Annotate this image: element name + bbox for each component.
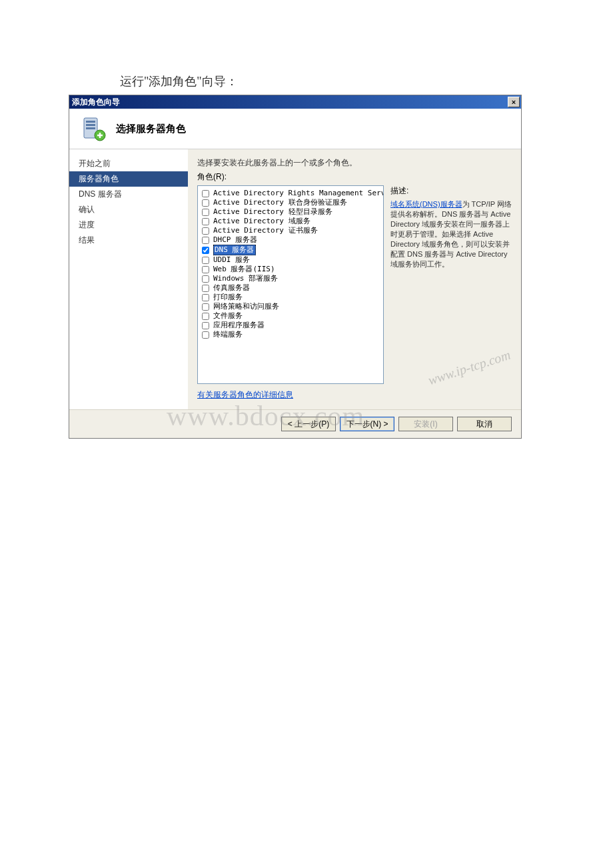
add-roles-wizard-dialog: 添加角色向导 × 选择服务器角色 开始之前服务器角色DNS 服务器确认进度结果 … [69, 95, 522, 439]
role-label: Web 服务器(IIS) [213, 265, 275, 274]
role-checkbox[interactable] [202, 209, 209, 216]
role-checkbox[interactable] [202, 199, 209, 207]
role-label: Active Directory 联合身份验证服务 [213, 198, 347, 207]
role-row-5[interactable]: DHCP 服务器 [202, 235, 379, 245]
sidebar-item-1[interactable]: 服务器角色 [69, 171, 188, 187]
role-label: Active Directory Rights Management Servi… [213, 189, 384, 198]
description-body: 为 TCP/IP 网络提供名称解析。DNS 服务器与 Active Direct… [390, 200, 512, 268]
close-icon: × [512, 98, 516, 106]
role-label: Active Directory 轻型目录服务 [213, 207, 332, 217]
role-row-6[interactable]: DNS 服务器 [202, 245, 379, 255]
role-label: DNS 服务器 [213, 245, 256, 255]
role-checkbox[interactable] [202, 303, 209, 311]
role-row-11[interactable]: 打印服务 [202, 293, 379, 302]
cancel-button[interactable]: 取消 [457, 417, 512, 431]
close-button[interactable]: × [508, 97, 520, 107]
description-panel: 描述: 域名系统(DNS)服务器为 TCP/IP 网络提供名称解析。DNS 服务… [390, 185, 514, 384]
role-checkbox[interactable] [202, 237, 209, 244]
role-label: Windows 部署服务 [213, 274, 278, 283]
role-row-8[interactable]: Web 服务器(IIS) [202, 265, 379, 274]
role-checkbox[interactable] [202, 266, 209, 273]
instruction-text: 选择要安装在此服务器上的一个或多个角色。 [197, 157, 514, 169]
role-row-3[interactable]: Active Directory 域服务 [202, 217, 379, 226]
role-checkbox[interactable] [202, 247, 209, 254]
role-label: UDDI 服务 [213, 255, 250, 265]
roles-label: 角色(R): [197, 171, 514, 183]
role-checkbox[interactable] [202, 313, 209, 320]
role-checkbox[interactable] [202, 218, 209, 225]
role-checkbox[interactable] [202, 331, 209, 339]
sidebar-item-0[interactable]: 开始之前 [69, 156, 188, 171]
svg-rect-2 [86, 124, 95, 126]
dialog-header: 选择服务器角色 [69, 109, 521, 149]
sidebar-item-3[interactable]: 确认 [69, 202, 188, 217]
roles-listbox[interactable]: Active Directory Rights Management Servi… [197, 185, 384, 384]
page-caption: 运行"添加角色"向导： [0, 0, 613, 95]
description-link[interactable]: 域名系统(DNS)服务器 [390, 200, 462, 208]
svg-rect-1 [86, 121, 95, 123]
description-title: 描述: [390, 185, 514, 197]
role-row-4[interactable]: Active Directory 证书服务 [202, 226, 379, 235]
header-title: 选择服务器角色 [116, 123, 186, 135]
more-info-link[interactable]: 有关服务器角色的详细信息 [197, 389, 514, 401]
role-checkbox[interactable] [202, 294, 209, 301]
next-button[interactable]: 下一步(N) > [340, 417, 394, 431]
role-label: Active Directory 证书服务 [213, 226, 318, 235]
sidebar-item-2[interactable]: DNS 服务器 [69, 187, 188, 202]
dialog-body: 开始之前服务器角色DNS 服务器确认进度结果 选择要安装在此服务器上的一个或多个… [69, 149, 521, 409]
server-role-icon [80, 115, 107, 142]
role-label: 终端服务 [213, 330, 243, 339]
role-row-15[interactable]: 终端服务 [202, 330, 379, 339]
role-label: 应用程序服务器 [213, 321, 265, 330]
role-label: 打印服务 [213, 293, 243, 302]
wizard-main: 选择要安装在此服务器上的一个或多个角色。 角色(R): Active Direc… [188, 149, 521, 409]
role-checkbox[interactable] [202, 285, 209, 292]
role-label: 文件服务 [213, 311, 243, 321]
role-row-2[interactable]: Active Directory 轻型目录服务 [202, 207, 379, 217]
role-row-13[interactable]: 文件服务 [202, 311, 379, 321]
role-row-10[interactable]: 传真服务器 [202, 283, 379, 293]
wizard-sidebar: 开始之前服务器角色DNS 服务器确认进度结果 [69, 149, 188, 409]
role-row-1[interactable]: Active Directory 联合身份验证服务 [202, 198, 379, 207]
install-button: 安装(I) [398, 417, 453, 431]
role-checkbox[interactable] [202, 275, 209, 283]
sidebar-item-4[interactable]: 进度 [69, 217, 188, 233]
role-row-9[interactable]: Windows 部署服务 [202, 274, 379, 283]
sidebar-item-5[interactable]: 结果 [69, 233, 188, 248]
description-text: 域名系统(DNS)服务器为 TCP/IP 网络提供名称解析。DNS 服务器与 A… [390, 199, 514, 269]
titlebar-text: 添加角色向导 [72, 97, 508, 108]
back-button[interactable]: < 上一步(P) [281, 417, 336, 431]
role-label: Active Directory 域服务 [213, 217, 310, 226]
role-row-12[interactable]: 网络策略和访问服务 [202, 302, 379, 311]
svg-rect-3 [86, 127, 95, 129]
role-checkbox[interactable] [202, 227, 209, 235]
role-checkbox[interactable] [202, 257, 209, 264]
role-row-0[interactable]: Active Directory Rights Management Servi… [202, 189, 379, 198]
role-checkbox[interactable] [202, 190, 209, 197]
titlebar[interactable]: 添加角色向导 × [69, 95, 521, 109]
role-label: DHCP 服务器 [213, 235, 257, 245]
role-label: 网络策略和访问服务 [213, 302, 279, 311]
dialog-footer: < 上一步(P) 下一步(N) > 安装(I) 取消 [69, 409, 521, 438]
role-checkbox[interactable] [202, 322, 209, 329]
role-label: 传真服务器 [213, 283, 250, 293]
role-row-7[interactable]: UDDI 服务 [202, 255, 379, 265]
role-row-14[interactable]: 应用程序服务器 [202, 321, 379, 330]
